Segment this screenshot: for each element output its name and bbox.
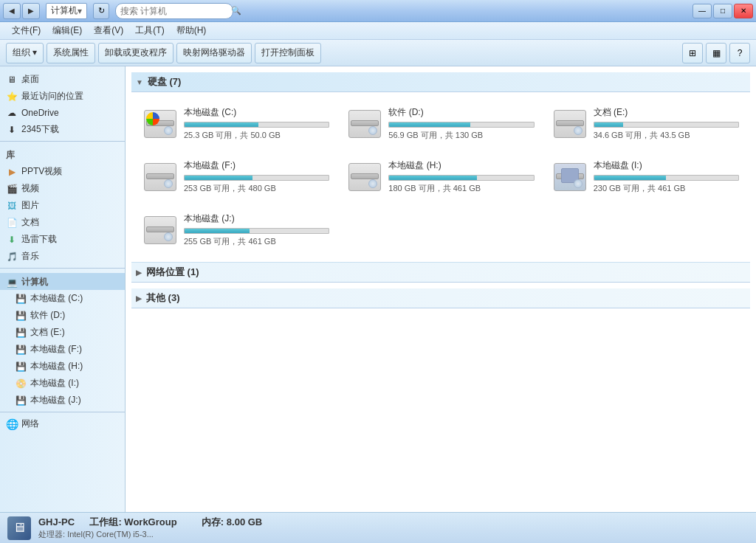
drive-c-info: 本地磁盘 (C:) 25.3 GB 可用，共 50.0 GB bbox=[184, 106, 329, 141]
view-toggle-button[interactable]: ⊞ bbox=[682, 43, 703, 63]
search-bar[interactable]: 🔍 bbox=[115, 3, 233, 19]
help-button[interactable]: ? bbox=[729, 43, 750, 63]
drive-c-bar bbox=[184, 122, 329, 128]
sidebar-item-onedrive[interactable]: ☁ OneDrive bbox=[0, 105, 125, 121]
drive-d-fill bbox=[389, 122, 470, 127]
hard-disks-section-header[interactable]: ▼ 硬盘 (7) bbox=[131, 72, 750, 92]
sidebar-favorites-section: 🖥 桌面 ⭐ 最近访问的位置 ☁ OneDrive ⬇ 2345下载 bbox=[0, 71, 125, 138]
menu-file[interactable]: 文件(F) bbox=[6, 23, 47, 38]
drive-j-icon: 💾 bbox=[15, 395, 27, 407]
sidebar-item-videos[interactable]: 🎬 视频 bbox=[0, 180, 125, 197]
network-toggle-icon: ▶ bbox=[136, 269, 142, 277]
sidebar-item-pictures[interactable]: 🖼 图片 bbox=[0, 197, 125, 214]
drive-f-bar bbox=[184, 175, 329, 181]
address-bar[interactable]: 计算机 ▾ bbox=[46, 3, 87, 19]
sidebar-drive-f[interactable]: 💾 本地磁盘 (F:) bbox=[0, 341, 125, 358]
status-name: GHJ-PC 工作组: WorkGroup 内存: 8.00 GB bbox=[38, 516, 262, 529]
content-area: ▼ 硬盘 (7) 本地磁盘 (C:) 25.3 GB 可用，共 50.0 GB bbox=[126, 66, 756, 512]
search-input[interactable] bbox=[120, 6, 231, 16]
title-bar-left: ◀ ▶ 计算机 ▾ ↻ 🔍 bbox=[3, 3, 233, 19]
sidebar-divider-3 bbox=[0, 412, 125, 412]
control-panel-button[interactable]: 打开控制面板 bbox=[255, 43, 321, 63]
sidebar: 🖥 桌面 ⭐ 最近访问的位置 ☁ OneDrive ⬇ 2345下载 库 ▶ bbox=[0, 66, 126, 512]
menu-tools[interactable]: 工具(T) bbox=[129, 23, 170, 38]
sidebar-item-label: 软件 (D:) bbox=[30, 309, 65, 322]
sidebar-item-label: 文档 (E:) bbox=[30, 326, 65, 339]
forward-button[interactable]: ▶ bbox=[22, 3, 40, 19]
sidebar-drive-c[interactable]: 💾 本地磁盘 (C:) bbox=[0, 290, 125, 307]
status-bar: 🖥 GHJ-PC 工作组: WorkGroup 内存: 8.00 GB 处理器:… bbox=[0, 512, 756, 543]
sidebar-drive-e[interactable]: 💾 文档 (E:) bbox=[0, 324, 125, 341]
star-icon: ⭐ bbox=[6, 91, 18, 103]
sidebar-item-label: 本地磁盘 (J:) bbox=[30, 394, 81, 407]
drive-i-info: 本地磁盘 (I:) 230 GB 可用，共 461 GB bbox=[594, 159, 739, 194]
drive-item-c[interactable]: 本地磁盘 (C:) 25.3 GB 可用，共 50.0 GB bbox=[137, 101, 334, 147]
organize-button[interactable]: 组织 ▾ bbox=[6, 43, 44, 63]
sidebar-item-pptv[interactable]: ▶ PPTV视频 bbox=[0, 163, 125, 180]
drive-f-info: 本地磁盘 (F:) 253 GB 可用，共 480 GB bbox=[184, 159, 329, 194]
sidebar-item-recent[interactable]: ⭐ 最近访问的位置 bbox=[0, 88, 125, 105]
drive-grid: 本地磁盘 (C:) 25.3 GB 可用，共 50.0 GB 软件 (D:) bbox=[131, 98, 750, 262]
menu-bar: 文件(F) 编辑(E) 查看(V) 工具(T) 帮助(H) bbox=[0, 22, 756, 40]
drive-i-fill bbox=[594, 176, 667, 180]
drive-c-size: 25.3 GB 可用，共 50.0 GB bbox=[184, 130, 329, 141]
drive-item-d[interactable]: 软件 (D:) 56.9 GB 可用，共 130 GB bbox=[342, 101, 539, 147]
drive-item-i[interactable]: 本地磁盘 (I:) 230 GB 可用，共 461 GB bbox=[547, 154, 744, 200]
sidebar-drive-i[interactable]: 📀 本地磁盘 (I:) bbox=[0, 375, 125, 392]
menu-help[interactable]: 帮助(H) bbox=[171, 23, 213, 38]
sidebar-computer-section: 💻 计算机 💾 本地磁盘 (C:) 💾 软件 (D:) 💾 文档 (E:) 💾 … bbox=[0, 273, 125, 409]
other-title: 其他 (3) bbox=[146, 291, 180, 305]
search-icon[interactable]: 🔍 bbox=[231, 6, 241, 15]
drive-h-icon-large bbox=[347, 159, 382, 195]
drive-e-fill bbox=[594, 122, 623, 127]
sidebar-drive-j[interactable]: 💾 本地磁盘 (J:) bbox=[0, 392, 125, 409]
drive-d-size: 56.9 GB 可用，共 130 GB bbox=[388, 130, 534, 141]
other-section-header[interactable]: ▶ 其他 (3) bbox=[131, 288, 750, 308]
sidebar-item-label: PPTV视频 bbox=[21, 165, 62, 178]
toolbar: 组织 ▾ 系统属性 卸载或更改程序 映射网络驱动器 打开控制面板 ⊞ ▦ ? bbox=[0, 40, 756, 66]
drive-h-name: 本地磁盘 (H:) bbox=[388, 159, 534, 172]
drive-h-fill bbox=[389, 176, 477, 180]
drive-item-j[interactable]: 本地磁盘 (J:) 255 GB 可用，共 461 GB bbox=[137, 207, 334, 253]
maximize-button[interactable]: □ bbox=[713, 4, 732, 18]
sidebar-computer-header[interactable]: 💻 计算机 bbox=[0, 273, 125, 290]
refresh-button[interactable]: ↻ bbox=[93, 3, 109, 19]
sidebar-item-label: 本地磁盘 (F:) bbox=[30, 343, 82, 356]
drive-c-icon: 💾 bbox=[15, 293, 27, 305]
sidebar-item-label: 视频 bbox=[21, 182, 39, 195]
address-dropdown-icon[interactable]: ▾ bbox=[78, 6, 82, 16]
menu-view[interactable]: 查看(V) bbox=[88, 23, 129, 38]
drive-item-f[interactable]: 本地磁盘 (F:) 253 GB 可用，共 480 GB bbox=[137, 154, 334, 200]
menu-edit[interactable]: 编辑(E) bbox=[47, 23, 88, 38]
close-button[interactable]: ✕ bbox=[734, 4, 753, 18]
system-properties-button[interactable]: 系统属性 bbox=[47, 43, 95, 63]
sidebar-drive-h[interactable]: 💾 本地磁盘 (H:) bbox=[0, 358, 125, 375]
drive-d-info: 软件 (D:) 56.9 GB 可用，共 130 GB bbox=[388, 106, 534, 141]
main-layout: 🖥 桌面 ⭐ 最近访问的位置 ☁ OneDrive ⬇ 2345下载 库 ▶ bbox=[0, 66, 756, 512]
hard-disks-title: 硬盘 (7) bbox=[148, 75, 182, 89]
sidebar-item-thunder[interactable]: ⬇ 迅雷下载 bbox=[0, 231, 125, 248]
drive-i-icon-large bbox=[552, 159, 588, 195]
sidebar-item-label: 文档 bbox=[21, 216, 39, 229]
sidebar-drive-d[interactable]: 💾 软件 (D:) bbox=[0, 307, 125, 324]
map-drive-button[interactable]: 映射网络驱动器 bbox=[176, 43, 252, 63]
status-computer-icon: 🖥 bbox=[7, 516, 31, 540]
back-button[interactable]: ◀ bbox=[3, 3, 21, 19]
drive-e-icon-large bbox=[552, 106, 588, 142]
sidebar-item-music[interactable]: 🎵 音乐 bbox=[0, 248, 125, 265]
drive-f-icon: 💾 bbox=[15, 344, 27, 356]
preview-pane-button[interactable]: ▦ bbox=[706, 43, 726, 63]
network-section-header[interactable]: ▶ 网络位置 (1) bbox=[131, 262, 750, 283]
sidebar-network[interactable]: 🌐 网络 bbox=[0, 415, 125, 432]
sidebar-item-2345download[interactable]: ⬇ 2345下载 bbox=[0, 121, 125, 138]
sidebar-item-label: 本地磁盘 (H:) bbox=[30, 360, 83, 373]
drive-item-h[interactable]: 本地磁盘 (H:) 180 GB 可用，共 461 GB bbox=[342, 154, 539, 200]
uninstall-button[interactable]: 卸载或更改程序 bbox=[98, 43, 173, 63]
sidebar-item-documents[interactable]: 📄 文档 bbox=[0, 214, 125, 231]
drive-item-e[interactable]: 文档 (E:) 34.6 GB 可用，共 43.5 GB bbox=[547, 101, 744, 147]
cloud-icon: ☁ bbox=[6, 107, 18, 119]
minimize-button[interactable]: — bbox=[693, 4, 712, 18]
drive-e-icon: 💾 bbox=[15, 327, 27, 339]
sidebar-divider-1 bbox=[0, 141, 125, 142]
sidebar-item-desktop[interactable]: 🖥 桌面 bbox=[0, 71, 125, 88]
